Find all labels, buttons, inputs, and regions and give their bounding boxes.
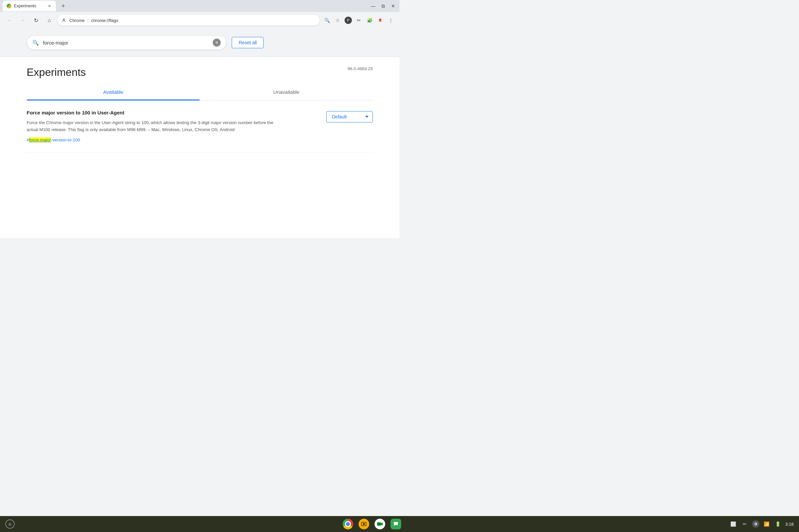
flags-search-input[interactable] [43,40,213,45]
address-origin: Chrome [69,18,85,23]
main-content: Experiments 96.0.4664.25 Available Unava… [0,57,400,152]
restore-button[interactable]: ⧉ [379,2,387,10]
flag-description: Force the Chrome major version in the Us… [26,119,276,133]
active-tab[interactable]: Experiments ✕ [3,1,56,11]
address-bar-row: ← → ↻ ⌂ Chrome | chrome://flags 🔍 ☆ P ✂ … [0,12,400,28]
search-toolbar-button[interactable]: 🔍 [322,16,332,25]
flag-dropdown[interactable]: Default Enabled Disabled [326,111,373,122]
search-section: 🔍 ✕ Reset all [0,28,400,57]
title-bar: Experiments ✕ + — ⧉ ✕ [0,0,400,12]
new-tab-button[interactable]: + [59,1,68,11]
flag-anchor-link[interactable]: #force-major-version-to-100 [26,137,80,142]
puzzle-button[interactable]: 🧩 [365,16,374,25]
content-area: 🔍 ✕ Reset all Experiments 96.0.4664.25 A… [0,28,400,238]
search-icon: 🔍 [32,40,39,46]
version-text: 96.0.4664.25 [348,57,373,71]
reload-button[interactable]: ↻ [31,15,41,26]
tabs-row: Available Unavailable [26,84,373,100]
extension-button[interactable] [375,16,385,25]
more-menu-button[interactable]: ⋮ [386,16,395,25]
flag-control: Default Enabled Disabled [326,111,373,122]
minimize-button[interactable]: — [370,2,377,10]
tab-available[interactable]: Available [26,84,200,100]
address-bar[interactable]: Chrome | chrome://flags [57,15,320,26]
flag-link-rest: -version-to-100 [51,137,80,142]
profile-avatar: P [345,17,352,24]
page-title: Experiments [26,57,86,78]
title-row: Experiments 96.0.4664.25 [26,57,373,78]
address-url: chrome://flags [91,18,118,23]
flag-title: Force major version to 100 in User-Agent [26,110,316,115]
home-button[interactable]: ⌂ [44,15,55,26]
reset-all-button[interactable]: Reset all [232,37,264,48]
tab-unavailable[interactable]: Unavailable [200,84,373,100]
forward-button[interactable]: → [17,15,28,26]
tab-close-button[interactable]: ✕ [47,3,52,8]
profile-button[interactable]: P [343,16,353,25]
flag-info: Force major version to 100 in User-Agent… [26,110,316,143]
toolbar-icons: 🔍 ☆ P ✂ 🧩 ⋮ [322,16,395,25]
scissors-button[interactable]: ✂ [354,16,364,25]
security-icon [61,18,67,23]
address-divider: | [87,18,88,23]
tab-favicon [7,4,11,8]
window-controls: — ⧉ ✕ [370,2,397,10]
close-button[interactable]: ✕ [390,2,397,10]
search-clear-button[interactable]: ✕ [213,39,221,46]
flags-search-wrapper: 🔍 ✕ [26,35,226,50]
flag-link-highlight: force-major [29,137,51,142]
back-button[interactable]: ← [4,15,15,26]
flag-item: Force major version to 100 in User-Agent… [26,100,373,152]
tab-title: Experiments [14,4,44,8]
browser-window: Experiments ✕ + — ⧉ ✕ ← → ↻ ⌂ Chrome | c… [0,0,400,238]
bookmark-button[interactable]: ☆ [333,16,342,25]
svg-point-0 [63,19,65,20]
